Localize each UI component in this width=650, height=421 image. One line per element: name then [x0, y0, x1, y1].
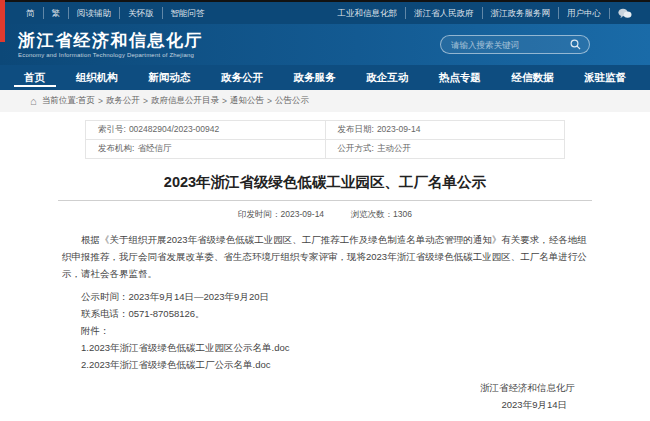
breadcrumb: ⌂ 当前位置: 首页 > 政务公开 > 政府信息公开目录 > 通知公告 > 公告… — [0, 90, 650, 112]
link-smart-qa[interactable]: 智能问答 — [162, 7, 213, 19]
breadcrumb-prefix: 当前位置: — [42, 95, 78, 107]
doc-paragraph: 根据《关于组织开展2023年省级绿色低碳工业园区、工厂推荐工作及绿色制造名单动态… — [62, 231, 588, 282]
print-time: 印发时间：2023-09-14 — [238, 209, 324, 219]
breadcrumb-separator: > — [267, 96, 272, 106]
doc-meta-table: 索引号:002482904/2023-00942 发布日期:2023-09-14… — [85, 120, 565, 159]
contact-line: 联系电话：0571-87058126。 — [62, 305, 588, 322]
breadcrumb-announcements[interactable]: 公告公示 — [275, 95, 309, 107]
link-care-version[interactable]: 关怀版 — [119, 7, 162, 19]
title-divider — [58, 200, 592, 201]
breadcrumb-separator: > — [222, 96, 227, 106]
meta-cell-index-number: 索引号:002482904/2023-00942 — [86, 121, 326, 140]
attachment-link-factories[interactable]: 2.2023年浙江省级绿色低碳工厂公示名单.doc — [62, 356, 588, 373]
link-miit[interactable]: 工业和信息化部 — [330, 7, 406, 19]
meta-cell-disclosure-mode: 公开方式:主动公开 — [325, 140, 565, 159]
meta-value: 省经信厅 — [137, 143, 171, 153]
search-box — [440, 35, 590, 54]
attachment-link-parks[interactable]: 1.2023年浙江省级绿色低碳工业园区公示名单.doc — [62, 339, 588, 356]
utility-links-left: 简 繁 阅读辅助 关怀版 智能问答 — [18, 7, 213, 19]
chat-bubbles-icon[interactable] — [609, 8, 640, 19]
meta-label: 发布日期: — [338, 124, 374, 134]
main-nav: 首页 组织机构 新闻动态 政务公开 政务服务 政企互动 热点专题 经信数据 派驻… — [0, 65, 650, 90]
nav-item-supervision[interactable]: 派驻监督 — [576, 65, 634, 90]
site-header: 浙江省经济和信息化厅 Economy and Information Techn… — [0, 24, 650, 65]
search-input[interactable] — [449, 39, 570, 51]
breadcrumb-separator: > — [98, 96, 103, 106]
breadcrumb-home[interactable]: 首页 — [78, 95, 95, 107]
breadcrumb-notices[interactable]: 通知公告 — [230, 95, 264, 107]
search-icon[interactable] — [570, 39, 581, 50]
link-reading-aid[interactable]: 阅读辅助 — [68, 7, 119, 19]
nav-item-gov-disclosure[interactable]: 政务公开 — [213, 65, 271, 90]
home-icon: ⌂ — [30, 96, 37, 107]
site-title: 浙江省经济和信息化厅 — [18, 32, 203, 49]
nav-item-organization[interactable]: 组织机构 — [68, 65, 126, 90]
signature-date: 2023年9月14日 — [62, 396, 588, 413]
meta-cell-publisher: 发布机构:省经信厅 — [86, 140, 326, 159]
nav-item-interaction[interactable]: 政企互动 — [358, 65, 416, 90]
nav-item-news[interactable]: 新闻动态 — [140, 65, 198, 90]
link-zhejiang-gov[interactable]: 浙江省人民政府 — [405, 7, 482, 19]
document-content: 索引号:002482904/2023-00942 发布日期:2023-09-14… — [0, 120, 650, 421]
link-traditional-chinese[interactable]: 繁 — [43, 7, 69, 19]
nav-item-gov-services[interactable]: 政务服务 — [286, 65, 344, 90]
doc-body: 根据《关于组织开展2023年省级绿色低碳工业园区、工厂推荐工作及绿色制造名单动态… — [62, 231, 588, 413]
breadcrumb-separator: > — [143, 96, 148, 106]
link-simplified-chinese[interactable]: 简 — [18, 7, 43, 19]
link-user-center[interactable]: 用户中心 — [558, 7, 609, 19]
meta-label: 公开方式: — [338, 143, 374, 153]
site-logo: 浙江省经济和信息化厅 Economy and Information Techn… — [18, 32, 203, 58]
meta-cell-publish-date: 发布日期:2023-09-14 — [325, 121, 565, 140]
breadcrumb-gov-disclosure[interactable]: 政务公开 — [106, 95, 140, 107]
site-subtitle: Economy and Information Technology Depar… — [18, 52, 203, 58]
meta-value: 2023-09-14 — [377, 124, 420, 134]
nav-item-industry-data[interactable]: 经信数据 — [503, 65, 561, 90]
utility-links-right: 工业和信息化部 浙江省人民政府 浙江政务服务网 用户中心 — [330, 7, 641, 19]
page: 简 繁 阅读辅助 关怀版 智能问答 工业和信息化部 浙江省人民政府 浙江政务服务… — [0, 0, 650, 421]
link-zhejiang-service[interactable]: 浙江政务服务网 — [482, 7, 559, 19]
nav-item-hot-topics[interactable]: 热点专题 — [431, 65, 489, 90]
page-title: 2023年浙江省级绿色低碳工业园区、工厂名单公示 — [40, 173, 610, 192]
public-period-line: 公示时间：2023年9月14日—2023年9月20日 — [62, 288, 588, 305]
breadcrumb-info-catalog[interactable]: 政府信息公开目录 — [151, 95, 219, 107]
nav-item-home[interactable]: 首页 — [16, 65, 53, 90]
view-count: 浏览次数：1306 — [350, 209, 411, 219]
utility-bar: 简 繁 阅读辅助 关怀版 智能问答 工业和信息化部 浙江省人民政府 浙江政务服务… — [0, 2, 650, 24]
meta-value: 主动公开 — [377, 143, 411, 153]
table-row: 发布机构:省经信厅 公开方式:主动公开 — [86, 140, 565, 159]
meta-label: 发布机构: — [98, 143, 134, 153]
left-red-strip — [0, 0, 5, 42]
signature-org: 浙江省经济和信息化厅 — [62, 379, 588, 396]
table-row: 索引号:002482904/2023-00942 发布日期:2023-09-14 — [86, 121, 565, 140]
meta-label: 索引号: — [98, 124, 126, 134]
meta-value: 002482904/2023-00942 — [129, 124, 219, 134]
attachments-label: 附件： — [62, 322, 588, 339]
doc-meta-line: 印发时间：2023-09-14 浏览次数：1306 — [0, 209, 650, 221]
